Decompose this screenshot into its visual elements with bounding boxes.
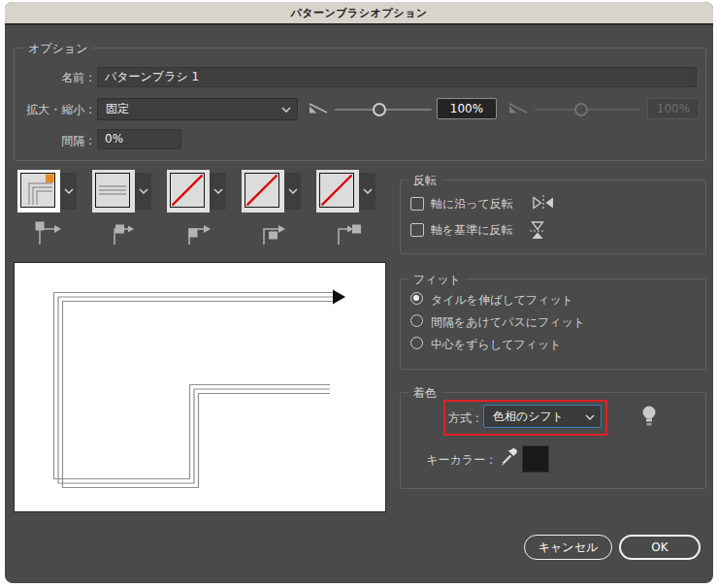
chevron-down-icon: [585, 414, 595, 420]
scale-percent-field[interactable]: 100%: [437, 98, 497, 119]
scale-method-value: 固定: [106, 102, 129, 115]
fit-stretch-label: タイルを伸ばしてフィット: [431, 292, 573, 309]
fit-approximate-label: 中心をずらしてフィット: [431, 337, 562, 353]
fit-add-space-radio[interactable]: [410, 314, 423, 327]
spacing-label: 間隔 :: [24, 133, 92, 149]
variation-percent-field-disabled: 100%: [647, 98, 700, 119]
key-color-label: キーカラー :: [408, 452, 493, 469]
flip-horizontal-icon: [531, 195, 556, 211]
colorization-method-dropdown[interactable]: 色相のシフト: [483, 405, 602, 428]
spacing-input[interactable]: 0%: [97, 129, 181, 149]
pressure-slider-icon-disabled: [507, 101, 529, 116]
inner-corner-tile-preview: [170, 173, 205, 208]
pattern-brush-options-dialog: パターンブラシオプション オプション 名前 : パターンブラシ 1 拡大・縮小 …: [5, 2, 713, 583]
flip-across-label: 軸を基準に反転: [431, 222, 513, 239]
outer-corner-tile: [17, 170, 77, 212]
side-tile-thumb[interactable]: [92, 170, 135, 212]
colorization-method-value: 色相のシフト: [493, 409, 564, 423]
name-input[interactable]: パターンブラシ 1: [97, 67, 697, 87]
fit-stretch-radio[interactable]: [410, 292, 423, 305]
name-label: 名前 :: [24, 70, 92, 86]
outer-corner-position-icon: [32, 217, 63, 248]
flip-group: [400, 180, 706, 254]
flip-group-label: 反転: [408, 173, 441, 189]
end-tile: [316, 170, 375, 212]
start-tile-menu[interactable]: [284, 173, 301, 210]
flip-across-checkbox[interactable]: [410, 223, 424, 237]
inner-corner-tile: [167, 170, 226, 212]
start-tile: [242, 170, 301, 212]
variation-slider-handle-disabled: [574, 103, 588, 116]
start-position-icon: [256, 217, 287, 248]
fit-approximate-radio[interactable]: [410, 337, 423, 349]
fit-add-space-label: 間隔をあけてパスにフィット: [431, 314, 585, 331]
flip-along-checkbox[interactable]: [410, 197, 424, 211]
inner-corner-position-icon: [181, 217, 212, 248]
preview-path: [15, 263, 385, 511]
chevron-down-icon: [363, 188, 373, 194]
pressure-slider-icon: [308, 101, 329, 116]
eyedropper-icon[interactable]: [499, 446, 520, 468]
end-tile-thumb[interactable]: [316, 170, 359, 212]
end-tile-menu[interactable]: [359, 173, 375, 210]
key-color-swatch[interactable]: [522, 445, 549, 473]
outer-corner-tile-thumb[interactable]: [17, 170, 60, 212]
scale-method-dropdown[interactable]: 固定: [97, 98, 298, 120]
scale-slider-handle[interactable]: [373, 103, 386, 116]
scale-label: 拡大・縮小 :: [10, 102, 92, 118]
cancel-button[interactable]: キャンセル: [524, 535, 612, 560]
end-tile-preview: [319, 173, 354, 208]
ok-button[interactable]: OK: [619, 535, 701, 560]
chevron-down-icon: [139, 188, 148, 194]
inner-corner-tile-menu[interactable]: [210, 173, 226, 210]
chevron-down-icon: [281, 107, 291, 113]
side-tile: [92, 170, 151, 212]
chevron-down-icon: [213, 188, 223, 194]
outer-corner-tile-preview: [20, 173, 55, 208]
dialog-title: パターンブラシオプション: [291, 6, 428, 20]
dialog-titlebar: パターンブラシオプション: [5, 2, 713, 25]
outer-corner-tile-menu[interactable]: [60, 173, 77, 210]
start-tile-thumb[interactable]: [242, 170, 284, 212]
end-position-icon: [331, 217, 362, 248]
options-group-label: オプション: [23, 41, 92, 57]
method-label: 方式 :: [448, 410, 479, 427]
side-tile-menu[interactable]: [135, 173, 151, 210]
lightbulb-icon[interactable]: [641, 405, 657, 428]
inner-corner-tile-thumb[interactable]: [167, 170, 210, 212]
chevron-down-icon: [64, 188, 74, 194]
colorization-group-label: 着色: [408, 385, 441, 402]
flip-along-label: 軸に沿って反転: [431, 196, 513, 212]
side-position-icon: [107, 217, 138, 248]
brush-stroke-preview: [14, 262, 386, 512]
start-tile-preview: [245, 173, 279, 208]
side-tile-preview: [95, 173, 130, 208]
flip-vertical-icon: [530, 219, 545, 241]
fit-group-label: フィット: [408, 272, 466, 288]
chevron-down-icon: [288, 188, 298, 194]
